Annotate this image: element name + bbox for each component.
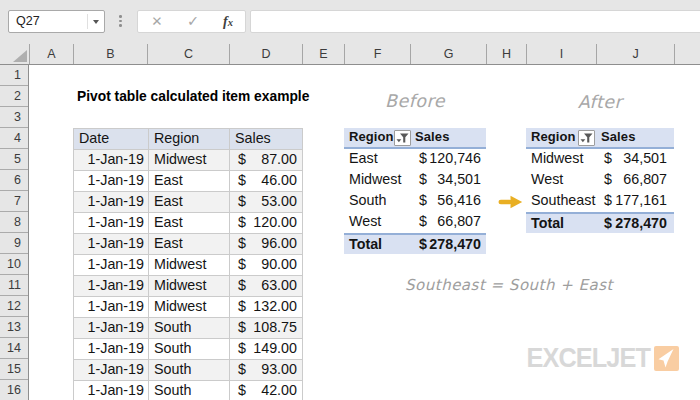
- row-header-1[interactable]: 1: [0, 65, 28, 86]
- name-box[interactable]: Q27: [8, 10, 105, 33]
- sales-cell: $66,807: [410, 212, 486, 233]
- currency-symbol: $: [238, 171, 246, 191]
- column-header-b[interactable]: B: [73, 44, 147, 64]
- amount-value: 132.00: [253, 297, 297, 317]
- name-box-divider: [87, 14, 88, 29]
- row-header-15[interactable]: 15: [0, 359, 28, 380]
- before-pivot-total-row[interactable]: Total $278,470: [344, 233, 486, 254]
- amount-value: 96.00: [261, 234, 297, 254]
- chevron-down-icon[interactable]: [93, 20, 99, 24]
- amount-value: 90.00: [261, 255, 297, 275]
- filter-icon[interactable]: [578, 130, 595, 146]
- highlight-arrow-icon: [498, 195, 523, 209]
- after-pivot-row[interactable]: Southeast $177,161: [526, 191, 674, 212]
- before-pivot-row[interactable]: West $66,807: [344, 212, 486, 233]
- row-header-8[interactable]: 8: [0, 212, 28, 233]
- column-header-a[interactable]: A: [29, 44, 73, 64]
- filter-icon[interactable]: [394, 130, 411, 146]
- data-table-row[interactable]: 1-Jan-19 South $42.00: [74, 381, 302, 400]
- amount-value: 177,161: [615, 191, 667, 211]
- data-table-header-region[interactable]: Region: [149, 129, 230, 149]
- amount-value: 278,470: [429, 235, 481, 255]
- select-all-corner[interactable]: [13, 50, 27, 62]
- data-table-header-date[interactable]: Date: [74, 129, 149, 149]
- enter-icon[interactable]: ✓: [183, 11, 203, 32]
- sales-cell: $63.00: [230, 276, 302, 296]
- row-header-2[interactable]: 2: [0, 86, 28, 107]
- sales-cell: $108.75: [230, 318, 302, 338]
- row-header-4[interactable]: 4: [0, 128, 28, 149]
- sales-cell: $87.00: [230, 150, 302, 170]
- cancel-icon[interactable]: ✕: [147, 11, 167, 32]
- sales-cell: $93.00: [230, 360, 302, 380]
- currency-symbol: $: [604, 214, 612, 234]
- annotation-text: Southeast = South + East: [344, 276, 674, 294]
- insert-function-icon[interactable]: fx: [218, 11, 238, 32]
- sales-cell: $149.00: [230, 339, 302, 359]
- amount-value: 46.00: [261, 171, 297, 191]
- row-header-5[interactable]: 5: [0, 149, 28, 170]
- data-table-row[interactable]: 1-Jan-19 East $53.00: [74, 192, 302, 213]
- amount-value: 66,807: [437, 212, 481, 232]
- currency-symbol: $: [238, 297, 246, 317]
- name-box-value: Q27: [16, 11, 40, 32]
- before-sales-header[interactable]: Sales: [410, 128, 486, 147]
- sales-cell: $120.00: [230, 213, 302, 233]
- after-sales-header[interactable]: Sales: [596, 128, 674, 147]
- before-pivot-row[interactable]: Midwest $34,501: [344, 170, 486, 191]
- data-table-row[interactable]: 1-Jan-19 East $120.00: [74, 213, 302, 234]
- amount-value: 63.00: [261, 276, 297, 296]
- data-table-row[interactable]: 1-Jan-19 South $108.75: [74, 318, 302, 339]
- column-header-h[interactable]: H: [486, 44, 526, 64]
- row-header-11[interactable]: 11: [0, 275, 28, 296]
- row-header-13[interactable]: 13: [0, 317, 28, 338]
- row-header-16[interactable]: 16: [0, 380, 28, 400]
- sales-cell: $96.00: [230, 234, 302, 254]
- drag-handle-dots: [119, 15, 122, 27]
- row-header-12[interactable]: 12: [0, 296, 28, 317]
- after-pivot-row[interactable]: West $66,807: [526, 170, 674, 191]
- amount-value: 120.00: [253, 213, 297, 233]
- sales-cell: $120,746: [410, 149, 486, 170]
- after-pivot-row[interactable]: Midwest $34,501: [526, 149, 674, 170]
- data-table-header-row: Date Region Sales: [74, 129, 302, 150]
- sales-cell: $278,470: [410, 235, 486, 254]
- column-header-i[interactable]: I: [526, 44, 596, 64]
- currency-symbol: $: [419, 191, 427, 211]
- column-header-f[interactable]: F: [344, 44, 410, 64]
- data-table-row[interactable]: 1-Jan-19 Midwest $132.00: [74, 297, 302, 318]
- column-header-g[interactable]: G: [410, 44, 486, 64]
- currency-symbol: $: [238, 339, 246, 359]
- currency-symbol: $: [238, 213, 246, 233]
- data-table-row[interactable]: 1-Jan-19 Midwest $63.00: [74, 276, 302, 297]
- currency-symbol: $: [604, 149, 612, 169]
- row-header-7[interactable]: 7: [0, 191, 28, 212]
- row-header-10[interactable]: 10: [0, 254, 28, 275]
- data-table-row[interactable]: 1-Jan-19 Midwest $90.00: [74, 255, 302, 276]
- data-table-row[interactable]: 1-Jan-19 East $46.00: [74, 171, 302, 192]
- row-header-3[interactable]: 3: [0, 107, 28, 128]
- amount-value: 34,501: [623, 149, 667, 169]
- formula-input[interactable]: [250, 10, 700, 33]
- row-header-14[interactable]: 14: [0, 338, 28, 359]
- row-headers: 1 2 3 4 5 6 7 8 9 10 11 12 13 14 15 16: [0, 65, 29, 400]
- before-pivot-row[interactable]: East $120,746: [344, 149, 486, 170]
- row-header-9[interactable]: 9: [0, 233, 28, 254]
- column-header-d[interactable]: D: [229, 44, 302, 64]
- column-header-e[interactable]: E: [302, 44, 344, 64]
- before-pivot-row[interactable]: South $56,416: [344, 191, 486, 212]
- column-headers: A B C D E F G H I J: [0, 44, 700, 65]
- currency-symbol: $: [419, 212, 427, 232]
- row-header-6[interactable]: 6: [0, 170, 28, 191]
- amount-value: 87.00: [261, 150, 297, 170]
- column-header-k[interactable]: [674, 44, 700, 64]
- column-header-c[interactable]: C: [147, 44, 229, 64]
- data-table-row[interactable]: 1-Jan-19 Midwest $87.00: [74, 150, 302, 171]
- after-pivot-total-row[interactable]: Total $278,470: [526, 212, 674, 233]
- page-title: Pivot table calculated item example: [77, 86, 309, 107]
- data-table-header-sales[interactable]: Sales: [230, 129, 302, 149]
- data-table-row[interactable]: 1-Jan-19 East $96.00: [74, 234, 302, 255]
- data-table-row[interactable]: 1-Jan-19 South $149.00: [74, 339, 302, 360]
- data-table-row[interactable]: 1-Jan-19 South $93.00: [74, 360, 302, 381]
- column-header-j[interactable]: J: [596, 44, 674, 64]
